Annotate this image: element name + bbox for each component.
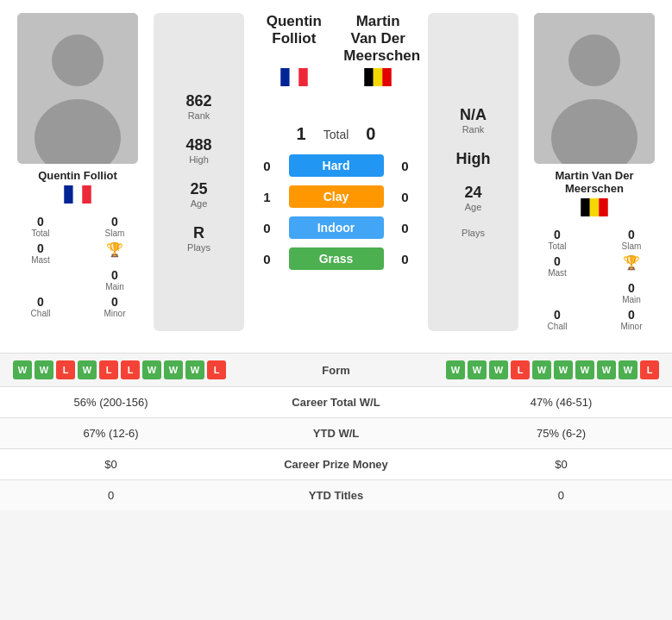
left-player-avatar (17, 13, 138, 164)
total-row: 1 Total 0 (251, 124, 421, 144)
form-badge: W (489, 360, 508, 379)
form-badge: L (207, 360, 226, 379)
svg-rect-9 (364, 68, 374, 86)
svg-rect-7 (290, 68, 299, 86)
right-slam-stat: 0 Slam (600, 228, 663, 251)
svg-rect-11 (382, 68, 392, 86)
form-label: Form (322, 364, 350, 377)
right-minor-stat: 0 Minor (600, 308, 663, 331)
left-plays-stat: R Plays (187, 224, 210, 253)
hard-badge: Hard (289, 154, 384, 177)
left-minor-stat: 0 Minor (83, 295, 147, 318)
right-prize: $0 (450, 449, 672, 480)
form-badge: W (185, 360, 204, 379)
form-row: W W L W L L W W W L Form W W W L W W W W (0, 353, 672, 386)
left-rank-stat: 862 Rank (185, 92, 211, 121)
svg-rect-17 (599, 198, 608, 216)
left-trophy-icon: 🏆 (83, 241, 147, 265)
surface-row-indoor: 0 Indoor 0 (251, 216, 421, 239)
left-form-badges: W W L W L L W W W L (13, 360, 226, 379)
top-section: Quentin Folliot 0 Total 0 Slam 0 Mast (0, 0, 672, 344)
svg-rect-5 (82, 185, 91, 204)
surface-rows: 0 Hard 0 1 Clay 0 0 Indoor 0 (251, 154, 421, 270)
right-player-name: Martin Van Der Meerschen (525, 169, 663, 195)
left-chall-stat: 0 Chall (9, 295, 72, 318)
left-header-name: QuentinFolliot (260, 13, 329, 65)
form-badge: L (99, 360, 118, 379)
right-player-stats: 0 Total 0 Slam 0 Mast 🏆 0 Main (525, 228, 663, 331)
left-center-stats: 862 Rank 488 High 25 Age R Plays (154, 13, 244, 331)
svg-rect-16 (590, 198, 600, 216)
surface-row-clay: 1 Clay 0 (251, 185, 421, 208)
form-badge: W (13, 360, 32, 379)
left-mast-stat: 0 Mast (9, 241, 72, 265)
left-career-wl: 56% (200-156) (0, 387, 222, 418)
right-rank-stat: N/A Rank (460, 106, 487, 135)
surface-row-grass: 0 Grass 0 (251, 247, 421, 270)
form-badge: W (532, 360, 551, 379)
form-badge: L (640, 360, 659, 379)
left-player-card: Quentin Folliot 0 Total 0 Slam 0 Mast (9, 13, 147, 331)
right-titles: 0 (450, 480, 672, 511)
indoor-badge: Indoor (289, 216, 384, 239)
svg-rect-3 (64, 185, 73, 204)
form-badge: W (35, 360, 53, 379)
left-player-stats: 0 Total 0 Slam 0 Mast 🏆 0 Main (9, 215, 147, 318)
form-badge: W (619, 360, 637, 379)
form-badge: W (142, 360, 161, 379)
svg-point-1 (52, 34, 104, 86)
left-age-stat: 25 Age (190, 180, 207, 209)
right-player-flag (581, 198, 608, 221)
right-header-name: Martin Van DerMeerschen (343, 13, 412, 65)
right-mast-stat: 0 Mast (525, 254, 589, 278)
svg-rect-8 (298, 68, 308, 86)
right-plays-stat: Plays (462, 228, 485, 238)
left-player-flag (64, 185, 91, 208)
form-badge: L (121, 360, 140, 379)
left-slam-stat: 0 Slam (83, 215, 147, 238)
svg-rect-10 (374, 68, 383, 86)
svg-point-13 (568, 34, 620, 86)
career-wl-label: Career Total W/L (222, 387, 450, 418)
right-ytd-wl: 75% (6-2) (450, 418, 672, 449)
stats-table: 56% (200-156) Career Total W/L 47% (46-5… (0, 386, 672, 510)
clay-badge: Clay (289, 185, 384, 208)
form-badge: W (78, 360, 97, 379)
form-badge: W (554, 360, 573, 379)
form-badge: L (56, 360, 75, 379)
right-chall-stat: 0 Chall (525, 308, 589, 331)
titles-label: YTD Titles (222, 480, 450, 511)
ytd-wl-row: 67% (12-6) YTD W/L 75% (6-2) (0, 418, 672, 449)
right-player-card: Martin Van Der Meerschen 0 Total 0 Slam … (525, 13, 663, 331)
right-main-stat: 0 Main (600, 281, 663, 304)
right-player-avatar (534, 13, 655, 164)
form-badge: W (468, 360, 487, 379)
surface-row-hard: 0 Hard 0 (251, 154, 421, 177)
svg-rect-4 (73, 185, 83, 204)
svg-rect-6 (280, 68, 290, 86)
form-badge: L (511, 360, 530, 379)
form-badge: W (446, 360, 465, 379)
svg-rect-15 (581, 198, 590, 216)
career-wl-row: 56% (200-156) Career Total W/L 47% (46-5… (0, 387, 672, 418)
left-player-name: Quentin Folliot (38, 169, 117, 182)
titles-row: 0 YTD Titles 0 (0, 480, 672, 511)
main-container: Quentin Folliot 0 Total 0 Slam 0 Mast (0, 0, 672, 510)
left-titles: 0 (0, 480, 222, 511)
left-total-stat: 0 Total (9, 215, 72, 238)
left-main-stat: 0 Main (83, 268, 147, 291)
form-badge: W (164, 360, 183, 379)
left-prize: $0 (0, 449, 222, 480)
prize-row: $0 Career Prize Money $0 (0, 449, 672, 480)
prize-label: Career Prize Money (222, 449, 450, 480)
left-high-stat: 488 High (185, 136, 211, 165)
right-high-stat: High (456, 150, 491, 168)
right-age-stat: 24 Age (464, 184, 481, 212)
grass-badge: Grass (289, 247, 384, 270)
right-center-stats: N/A Rank High 24 Age Plays (428, 13, 518, 331)
right-form-badges: W W W L W W W W W L (446, 360, 659, 379)
match-middle: QuentinFolliot Martin Van DerMeerschen 1… (251, 13, 421, 331)
right-trophy-icon: 🏆 (600, 254, 663, 278)
form-badge: W (575, 360, 594, 379)
form-badge: W (597, 360, 616, 379)
